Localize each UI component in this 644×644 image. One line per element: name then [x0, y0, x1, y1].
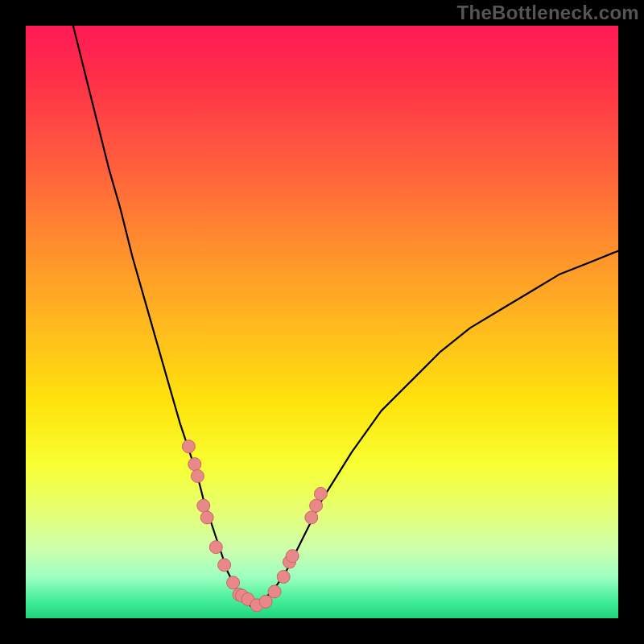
- data-point: [182, 440, 195, 453]
- data-point: [209, 541, 222, 554]
- data-point: [315, 487, 328, 500]
- data-point: [268, 585, 281, 598]
- data-point: [286, 550, 299, 563]
- watermark-label: TheBottleneck.com: [457, 2, 639, 24]
- curve-layer: [26, 26, 618, 618]
- data-point: [305, 511, 318, 524]
- chart-frame: TheBottleneck.com: [0, 0, 644, 644]
- data-point: [310, 499, 323, 512]
- plot-area: [26, 26, 618, 618]
- data-point: [259, 595, 272, 608]
- data-point: [191, 469, 204, 482]
- data-point: [277, 571, 290, 584]
- data-point: [218, 559, 231, 572]
- data-point: [197, 499, 210, 512]
- bottleneck-curve: [73, 26, 618, 606]
- data-point: [200, 511, 213, 524]
- data-point: [227, 576, 240, 589]
- data-point-markers: [182, 440, 327, 612]
- data-point: [188, 458, 201, 471]
